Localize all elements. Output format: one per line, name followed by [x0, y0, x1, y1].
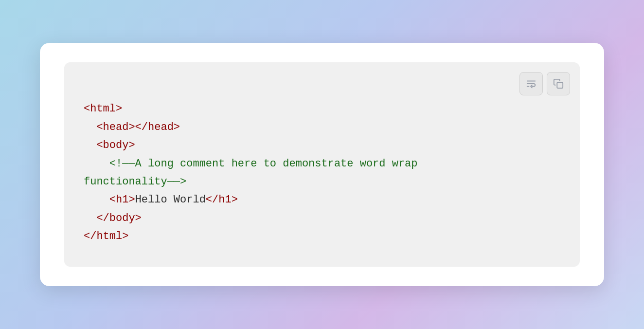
comment-line: <!——A long comment here to demonstrate w… [84, 158, 418, 188]
body-close-tag: </body> [96, 212, 141, 224]
svg-rect-2 [557, 82, 563, 88]
body-open-tag: <body> [96, 139, 135, 151]
toolbar [519, 72, 570, 95]
outer-card: <html> <head></head> <body> <!——A long c… [40, 43, 604, 286]
head-tag: <head></head> [96, 121, 180, 133]
word-wrap-button[interactable] [519, 72, 543, 95]
html-open-tag: <html> [84, 103, 122, 115]
h1-content: Hello World [135, 194, 206, 206]
copy-button[interactable] [547, 72, 570, 95]
html-close-tag: </html> [84, 230, 128, 242]
code-display: <html> <head></head> <body> <!——A long c… [84, 82, 560, 264]
code-card: <html> <head></head> <body> <!——A long c… [64, 62, 580, 267]
h1-open-tag: <h1> [109, 194, 135, 206]
h1-close-tag: </h1> [206, 194, 238, 206]
